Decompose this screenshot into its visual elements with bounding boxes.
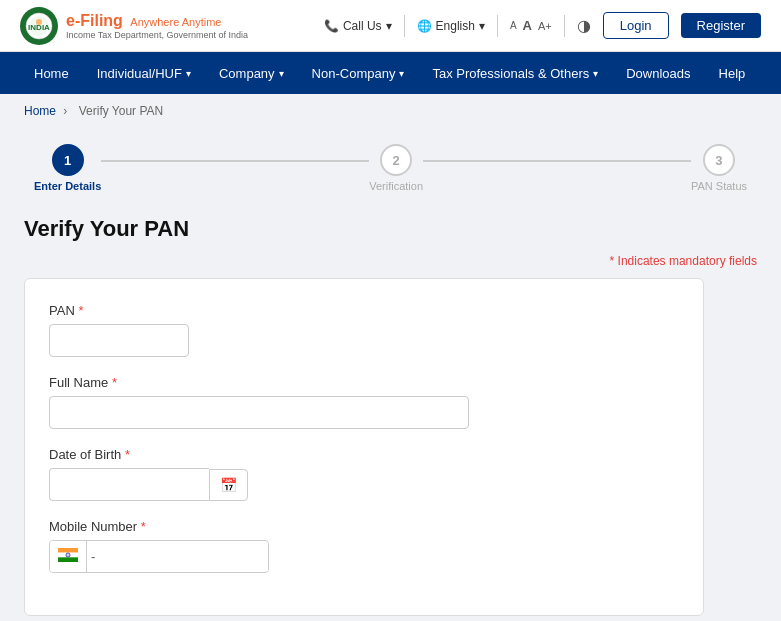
full-name-input[interactable] — [49, 396, 469, 429]
nav-non-company[interactable]: Non-Company ▾ — [298, 52, 419, 94]
register-button[interactable]: Register — [681, 13, 761, 38]
nav-tax-professionals-label: Tax Professionals & Others — [432, 66, 589, 81]
mobile-field-group: Mobile Number * - — [49, 519, 679, 573]
mobile-separator: - — [87, 542, 99, 571]
step-3-label: PAN Status — [691, 180, 747, 192]
step-2-circle: 2 — [380, 144, 412, 176]
font-larger-btn[interactable]: A+ — [538, 20, 552, 32]
step-1-circle: 1 — [52, 144, 84, 176]
nav-non-company-label: Non-Company — [312, 66, 396, 81]
step-2-label: Verification — [369, 180, 423, 192]
steps-container: 1 Enter Details 2 Verification 3 PAN Sta… — [24, 144, 757, 192]
full-name-required-marker: * — [112, 375, 117, 390]
font-controls: A A A+ — [510, 18, 552, 33]
svg-rect-4 — [58, 548, 78, 553]
dob-label: Date of Birth * — [49, 447, 679, 462]
full-name-label-text: Full Name — [49, 375, 108, 390]
breadcrumb-separator: › — [63, 104, 67, 118]
india-flag-icon — [58, 548, 78, 565]
step-3: 3 PAN Status — [691, 144, 747, 192]
login-button[interactable]: Login — [603, 12, 669, 39]
divider — [404, 15, 405, 37]
nav-company-label: Company — [219, 66, 275, 81]
logo-text: e-Filing Anywhere Anytime Income Tax Dep… — [66, 12, 248, 40]
nav-help[interactable]: Help — [705, 52, 760, 94]
mobile-required-marker: * — [141, 519, 146, 534]
efiling-tagline: Anywhere Anytime — [130, 16, 221, 28]
breadcrumb-home[interactable]: Home — [24, 104, 56, 118]
step-2: 2 Verification — [369, 144, 423, 192]
nav-home[interactable]: Home — [20, 52, 83, 94]
calendar-icon: 📅 — [220, 477, 237, 493]
contrast-icon[interactable]: ◑ — [577, 16, 591, 35]
header-right: 📞 Call Us ▾ 🌐 English ▾ A A A+ ◑ Login R… — [324, 12, 761, 39]
logo-efiling: e-Filing Anywhere Anytime — [66, 12, 248, 30]
dob-required-marker: * — [125, 447, 130, 462]
language-label: English — [436, 19, 475, 33]
full-name-field-group: Full Name * — [49, 375, 679, 429]
country-flag[interactable] — [50, 541, 87, 572]
pan-input[interactable] — [49, 324, 189, 357]
divider3 — [564, 15, 565, 37]
pan-label: PAN * — [49, 303, 679, 318]
globe-icon: 🌐 — [417, 19, 432, 33]
step-1: 1 Enter Details — [34, 144, 101, 192]
nav-individual[interactable]: Individual/HUF ▾ — [83, 52, 205, 94]
form-card: PAN * Full Name * Date of Birth * 📅 — [24, 278, 704, 616]
mobile-label: Mobile Number * — [49, 519, 679, 534]
mobile-wrapper: - — [49, 540, 269, 573]
nav-tax-professionals-arrow: ▾ — [593, 68, 598, 79]
header: INDIA e-Filing Anywhere Anytime Income T… — [0, 0, 781, 52]
font-smaller-btn[interactable]: A — [510, 20, 517, 31]
dob-field-group: Date of Birth * 📅 — [49, 447, 679, 501]
navbar: Home Individual/HUF ▾ Company ▾ Non-Comp… — [0, 52, 781, 94]
main-content: 1 Enter Details 2 Verification 3 PAN Sta… — [0, 128, 781, 621]
call-us-link[interactable]: 📞 Call Us ▾ — [324, 19, 392, 33]
font-normal-btn[interactable]: A — [523, 18, 532, 33]
divider2 — [497, 15, 498, 37]
pan-required-marker: * — [78, 303, 83, 318]
mobile-label-text: Mobile Number — [49, 519, 137, 534]
nav-company[interactable]: Company ▾ — [205, 52, 298, 94]
step-line-1 — [101, 160, 369, 162]
call-us-label: Call Us — [343, 19, 382, 33]
nav-tax-professionals[interactable]: Tax Professionals & Others ▾ — [418, 52, 612, 94]
step-3-circle: 3 — [703, 144, 735, 176]
svg-point-3 — [36, 19, 42, 25]
nav-individual-label: Individual/HUF — [97, 66, 182, 81]
dob-wrapper: 📅 — [49, 468, 679, 501]
logo-subtitle: Income Tax Department, Government of Ind… — [66, 30, 248, 40]
svg-point-8 — [68, 555, 69, 556]
breadcrumb-current: Verify Your PAN — [79, 104, 164, 118]
breadcrumb: Home › Verify Your PAN — [0, 94, 781, 128]
calendar-icon-btn[interactable]: 📅 — [209, 469, 248, 501]
nav-non-company-arrow: ▾ — [399, 68, 404, 79]
language-selector[interactable]: 🌐 English ▾ — [417, 19, 485, 33]
mandatory-note: * Indicates mandatory fields — [24, 254, 757, 268]
nav-individual-arrow: ▾ — [186, 68, 191, 79]
dob-input[interactable] — [49, 468, 209, 501]
call-us-arrow: ▾ — [386, 19, 392, 33]
logo-area: INDIA e-Filing Anywhere Anytime Income T… — [20, 7, 248, 45]
phone-icon: 📞 — [324, 19, 339, 33]
mobile-input[interactable] — [99, 542, 269, 571]
step-line-2 — [423, 160, 691, 162]
nav-downloads[interactable]: Downloads — [612, 52, 704, 94]
nav-company-arrow: ▾ — [279, 68, 284, 79]
step-1-label: Enter Details — [34, 180, 101, 192]
logo-emblem: INDIA — [20, 7, 58, 45]
pan-field-group: PAN * — [49, 303, 679, 357]
svg-rect-6 — [58, 557, 78, 562]
full-name-label: Full Name * — [49, 375, 679, 390]
efiling-brand: e-Filing — [66, 12, 123, 29]
page-title: Verify Your PAN — [24, 216, 757, 242]
language-arrow: ▾ — [479, 19, 485, 33]
pan-label-text: PAN — [49, 303, 75, 318]
dob-label-text: Date of Birth — [49, 447, 121, 462]
